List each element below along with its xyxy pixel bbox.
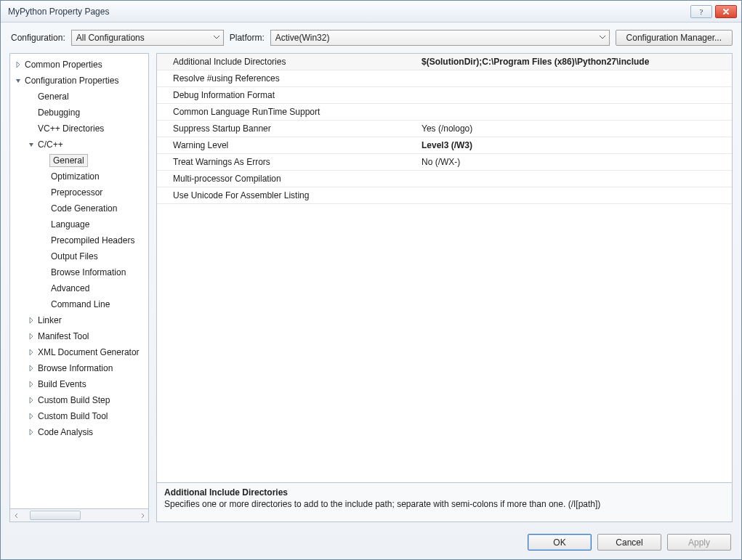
tree-item-label: Code Generation [49, 203, 118, 214]
collapse-icon[interactable] [26, 365, 36, 372]
tree-item[interactable]: Optimization [10, 169, 148, 184]
description-title: Additional Include Directories [164, 487, 725, 498]
help-button[interactable]: ? [690, 5, 712, 18]
property-name: Resolve #using References [157, 73, 419, 84]
property-name: Use Unicode For Assembler Listing [157, 190, 419, 200]
tree-item[interactable]: Preprocessor [10, 184, 148, 200]
tree-item[interactable]: Common Properties [10, 57, 148, 73]
tree-item-label: Code Analysis [36, 427, 94, 437]
tree-item[interactable]: General [10, 153, 148, 169]
window-buttons: ? [690, 5, 737, 18]
tree-item-label: Command Line [49, 299, 111, 309]
property-panel: Additional Include Directories$(Solution… [156, 53, 733, 522]
tree-item[interactable]: Debugging [10, 105, 148, 121]
scrollbar-thumb[interactable] [30, 511, 81, 520]
tree-item[interactable]: Code Analysis [10, 424, 148, 440]
property-name: Additional Include Directories [157, 57, 419, 67]
expand-icon[interactable] [26, 141, 36, 148]
tree-item-label: Language [49, 219, 91, 230]
configuration-dropdown[interactable]: All Configurations [71, 30, 224, 46]
chevron-down-icon [599, 33, 606, 43]
property-value[interactable]: Level3 (/W3) [419, 140, 732, 150]
tree-panel: Common PropertiesConfiguration Propertie… [9, 53, 149, 522]
tree-item-label: Custom Build Step [36, 395, 111, 405]
configuration-bar: Configuration: All Configurations Platfo… [1, 23, 741, 53]
tree-item[interactable]: Code Generation [10, 200, 148, 216]
platform-dropdown[interactable]: Active(Win32) [270, 30, 610, 46]
tree-item[interactable]: Browse Information [10, 264, 148, 280]
tree-item[interactable]: C/C++ [10, 137, 148, 153]
tree-item[interactable]: XML Document Generator [10, 344, 148, 360]
configuration-value: All Configurations [76, 33, 145, 43]
configuration-manager-button[interactable]: Configuration Manager... [616, 30, 733, 46]
tree-item-label: Linker [36, 315, 63, 325]
property-row[interactable]: Debug Information Format [157, 87, 732, 104]
tree-item[interactable]: Build Events [10, 376, 148, 392]
property-grid[interactable]: Additional Include Directories$(Solution… [156, 53, 733, 483]
horizontal-scrollbar[interactable] [9, 509, 149, 522]
collapse-icon[interactable] [26, 429, 36, 436]
apply-button[interactable]: Apply [667, 534, 731, 551]
close-button[interactable] [715, 5, 737, 18]
tree-item-label: Common Properties [23, 60, 104, 70]
tree-item[interactable]: Custom Build Tool [10, 408, 148, 424]
tree-item[interactable]: Linker [10, 312, 148, 328]
svg-text:?: ? [700, 7, 703, 16]
platform-label: Platform: [230, 33, 265, 43]
collapse-icon[interactable] [26, 381, 36, 388]
window-title: MyPython Property Pages [8, 7, 690, 17]
tree-item[interactable]: Advanced [10, 280, 148, 296]
tree-item-label: General [36, 92, 70, 102]
navigation-tree[interactable]: Common PropertiesConfiguration Propertie… [9, 53, 149, 509]
property-value[interactable]: No (/WX-) [419, 157, 732, 167]
property-row[interactable]: Multi-processor Compilation [157, 171, 732, 187]
property-row[interactable]: Resolve #using References [157, 70, 732, 87]
scrollbar-track[interactable] [23, 509, 136, 522]
tree-item-label: Browse Information [36, 363, 114, 373]
tree-item[interactable]: Manifest Tool [10, 328, 148, 344]
property-row[interactable]: Suppress Startup BannerYes (/nologo) [157, 121, 732, 137]
tree-item[interactable]: Custom Build Step [10, 392, 148, 408]
cancel-button[interactable]: Cancel [597, 534, 661, 551]
tree-item[interactable]: VC++ Directories [10, 121, 148, 137]
tree-item-label: Advanced [49, 283, 91, 293]
collapse-icon[interactable] [26, 333, 36, 340]
property-row[interactable]: Common Language RunTime Support [157, 104, 732, 121]
tree-item[interactable]: Output Files [10, 248, 148, 264]
tree-item-label: Debugging [36, 107, 81, 118]
scroll-right-button[interactable] [136, 509, 148, 522]
tree-item-label: Browse Information [49, 267, 127, 277]
tree-item-label: Precompiled Headers [49, 235, 136, 245]
tree-item[interactable]: Browse Information [10, 360, 148, 376]
property-value[interactable]: Yes (/nologo) [419, 123, 732, 134]
property-row[interactable]: Warning LevelLevel3 (/W3) [157, 137, 732, 154]
tree-item-label: XML Document Generator [36, 347, 141, 357]
tree-item[interactable]: Configuration Properties [10, 73, 148, 89]
property-row[interactable]: Use Unicode For Assembler Listing [157, 187, 732, 204]
collapse-icon[interactable] [13, 61, 23, 68]
ok-button[interactable]: OK [528, 534, 592, 551]
collapse-icon[interactable] [26, 397, 36, 404]
expand-icon[interactable] [13, 77, 23, 84]
collapse-icon[interactable] [26, 349, 36, 356]
tree-item-label: Build Events [36, 379, 88, 389]
tree-item[interactable]: Command Line [10, 296, 148, 312]
property-name: Debug Information Format [157, 90, 419, 100]
dialog-window: MyPython Property Pages ? Configuration:… [0, 0, 742, 560]
tree-item-label: Manifest Tool [36, 331, 90, 341]
tree-item[interactable]: Language [10, 216, 148, 232]
property-name: Multi-processor Compilation [157, 174, 419, 184]
property-row[interactable]: Additional Include Directories$(Solution… [157, 54, 732, 70]
tree-item[interactable]: Precompiled Headers [10, 232, 148, 248]
property-row[interactable]: Treat Warnings As ErrorsNo (/WX-) [157, 154, 732, 171]
property-value[interactable]: $(SolutionDir);C:\Program Files (x86)\Py… [419, 57, 732, 67]
description-box: Additional Include Directories Specifies… [156, 483, 733, 522]
tree-item[interactable]: General [10, 89, 148, 105]
scroll-left-button[interactable] [10, 509, 23, 522]
property-name: Treat Warnings As Errors [157, 157, 419, 167]
collapse-icon[interactable] [26, 317, 36, 324]
chevron-down-icon [213, 33, 220, 43]
tree-item-label: Configuration Properties [23, 76, 120, 86]
collapse-icon[interactable] [26, 413, 36, 420]
dialog-body: Common PropertiesConfiguration Propertie… [1, 53, 741, 528]
